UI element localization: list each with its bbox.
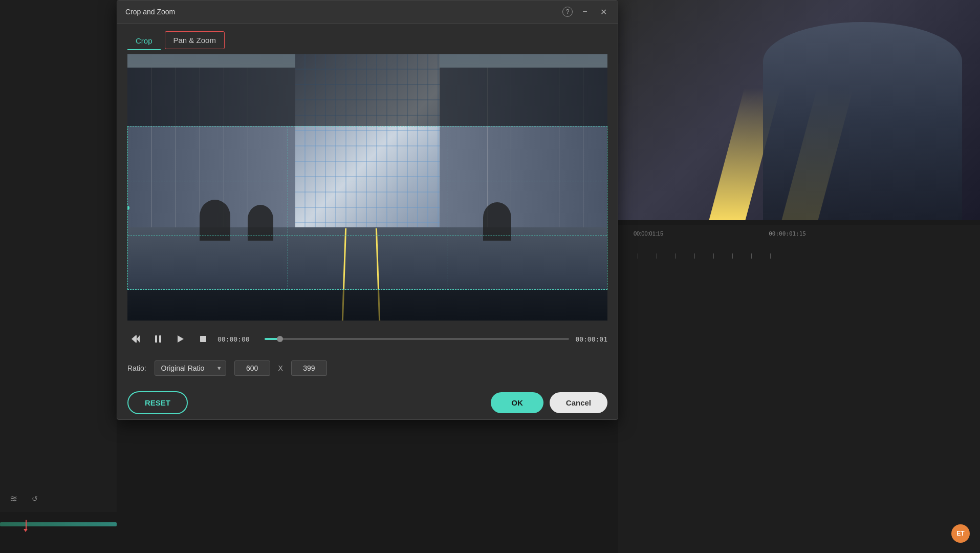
minimize-button[interactable]: − [579,6,591,18]
cancel-button[interactable]: Cancel [550,392,607,413]
tick-4 [694,253,695,259]
stop-button[interactable] [195,331,211,347]
titlebar-buttons: ? − ✕ [562,6,609,18]
tick-6 [732,253,733,259]
skip-back-button[interactable] [127,331,144,347]
waveform-icon[interactable]: ≋ [5,491,21,507]
dialog-tabs: Crop Pan & Zoom [117,24,618,50]
seek-bar[interactable] [265,338,569,340]
playback-controls: 00:00:00 00:00:01 [117,325,618,353]
tick-5 [713,253,714,259]
svg-marker-2 [137,335,140,343]
tick-2 [657,253,657,259]
right-thumbnail [618,0,980,220]
left-panel: ≋ ↺ 00:00:00:10 [0,0,117,553]
svg-rect-4 [159,335,161,343]
tick-8 [770,253,771,259]
left-transport-controls: ≋ ↺ [5,491,43,507]
close-button[interactable]: ✕ [597,6,609,18]
right-time-overlay: 00:00:01:15 [769,230,806,237]
ok-button[interactable]: OK [491,392,543,413]
video-frame [127,54,607,321]
playback-time-current: 00:00:00 [217,335,258,343]
play-pause-button[interactable] [150,331,166,347]
video-container [127,54,607,321]
dimension-x-separator: X [278,364,283,372]
height-input[interactable] [291,360,327,376]
dialog-titlebar: Crop and Zoom ? − ✕ [117,1,618,24]
dialog-title: Crop and Zoom [125,8,175,16]
tick-3 [676,253,676,259]
svg-rect-6 [200,336,206,342]
svg-rect-3 [155,335,157,343]
ratio-select[interactable]: Original Ratio16:94:31:19:16 [155,360,226,376]
help-button[interactable]: ? [562,7,573,17]
right-time-area: 00:00:01:15 [618,225,980,553]
tick-1 [638,253,638,259]
reset-button[interactable]: RESET [127,391,188,414]
ratio-select-wrapper: Original Ratio16:94:31:19:16 ▼ [155,360,226,376]
crop-zoom-dialog: Crop and Zoom ? − ✕ Crop Pan & Zoom [117,0,618,420]
playback-time-end: 00:00:01 [575,335,607,343]
width-input[interactable] [234,360,270,376]
ratio-row: Ratio: Original Ratio16:94:31:19:16 ▼ X [117,353,618,383]
tab-pan-zoom[interactable]: Pan & Zoom [165,31,225,49]
right-time-label: 00:00:01:15 [634,230,663,237]
play-button[interactable] [172,331,189,347]
tick-7 [751,253,752,259]
tab-crop[interactable]: Crop [127,32,161,50]
svg-marker-5 [178,335,184,343]
right-panel: 00:00:01:15 [618,0,980,553]
left-timeline-bar [0,512,117,553]
footer-right-buttons: OK Cancel [491,392,607,413]
seek-thumb[interactable] [277,336,283,342]
ratio-label: Ratio: [127,364,146,372]
thumbnail-image [618,0,980,220]
loop-icon[interactable]: ↺ [27,491,43,507]
et-badge[interactable]: ET [951,524,970,543]
svg-rect-1 [136,335,137,343]
dialog-footer: RESET OK Cancel [117,383,618,422]
svg-marker-0 [132,335,136,343]
